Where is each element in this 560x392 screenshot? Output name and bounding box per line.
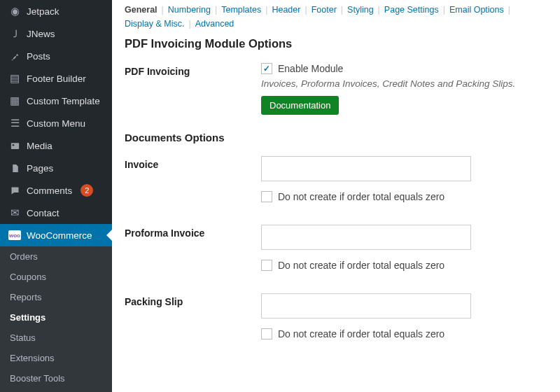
sidebar-item-label: Comments <box>27 186 72 196</box>
tab-general[interactable]: General <box>125 5 158 15</box>
checkbox-icon <box>261 191 272 202</box>
checkbox-icon <box>261 328 272 340</box>
sidebar-sub-reports[interactable]: Reports <box>0 287 112 307</box>
media-icon <box>8 139 21 152</box>
invoice-input[interactable] <box>261 156 471 181</box>
sidebar-item-pages[interactable]: Pages <box>0 157 112 179</box>
sidebar-item-custom-template[interactable]: ▦ Custom Template <box>0 90 112 112</box>
sidebar-item-label: Custom Template <box>27 96 100 106</box>
sidebar-item-label: Contact <box>27 208 59 218</box>
jnews-icon: Ｊ <box>8 27 21 40</box>
row-packing-slip: Packing Slip Do not create if order tota… <box>125 293 547 344</box>
label-packing-slip: Packing Slip <box>125 293 261 344</box>
sidebar-sub-label: Booster Tools <box>10 373 65 384</box>
packing-slip-zero-label: Do not create if order total equals zero <box>278 328 444 340</box>
tab-display-misc[interactable]: Display & Misc. <box>125 19 184 29</box>
sidebar-item-label: Jetpack <box>27 6 59 17</box>
main-content: General| Numbering| Templates| Header| F… <box>112 0 560 392</box>
pages-icon <box>8 162 21 174</box>
sidebar-item-label: Custom Menu <box>27 118 85 129</box>
sidebar-sub-coupons[interactable]: Coupons <box>0 267 112 287</box>
sidebar-item-media[interactable]: Media <box>0 134 112 157</box>
label-proforma-invoice: Proforma Invoice <box>125 225 261 275</box>
sidebar-item-jnews[interactable]: Ｊ JNews <box>0 22 112 45</box>
template-icon: ▦ <box>8 94 21 107</box>
proforma-zero-checkbox[interactable]: Do not create if order total equals zero <box>261 260 547 271</box>
sidebar-sub-label: Reports <box>10 292 42 302</box>
menu-icon: ☰ <box>8 117 21 130</box>
sidebar-sub-booster-settings[interactable]: Booster Settings <box>0 388 112 392</box>
documentation-button[interactable]: Documentation <box>261 96 339 115</box>
checkbox-icon <box>261 63 272 74</box>
sidebar-sub-label: Settings <box>10 312 46 323</box>
tab-header[interactable]: Header <box>272 5 300 15</box>
tab-styling[interactable]: Styling <box>347 5 374 15</box>
tab-numbering[interactable]: Numbering <box>168 5 211 15</box>
sidebar-item-label: JNews <box>27 29 55 39</box>
sidebar-sub-label: Extensions <box>10 353 55 363</box>
sidebar-sub-settings[interactable]: Settings <box>0 307 112 328</box>
sidebar-item-label: WooCommerce <box>27 230 92 241</box>
enable-module-checkbox[interactable]: Enable Module <box>261 63 547 74</box>
label-pdf-invoicing: PDF Invoicing <box>125 63 261 115</box>
sidebar-item-comments[interactable]: Comments 2 <box>0 179 112 202</box>
invoice-zero-label: Do not create if order total equals zero <box>278 191 444 202</box>
sidebar-item-woocommerce[interactable]: woo WooCommerce <box>0 224 112 246</box>
packing-slip-zero-checkbox[interactable]: Do not create if order total equals zero <box>261 328 547 340</box>
woocommerce-icon: woo <box>8 229 21 241</box>
row-pdf-invoicing: PDF Invoicing Enable Module Invoices, Pr… <box>125 63 547 115</box>
jetpack-icon: ◉ <box>8 5 21 18</box>
proforma-invoice-input[interactable] <box>261 225 471 250</box>
checkbox-icon <box>261 260 272 271</box>
settings-tabs: General| Numbering| Templates| Header| F… <box>125 0 547 33</box>
row-proforma-invoice: Proforma Invoice Do not create if order … <box>125 225 547 275</box>
sidebar-sub-booster-tools[interactable]: Booster Tools <box>0 368 112 388</box>
sidebar-item-posts[interactable]: Posts <box>0 45 112 67</box>
sidebar-item-jetpack[interactable]: ◉ Jetpack <box>0 0 112 22</box>
sidebar-item-label: Pages <box>27 163 53 174</box>
comments-icon <box>8 184 21 197</box>
svg-point-1 <box>12 144 14 146</box>
sidebar-item-label: Footer Builder <box>27 74 86 84</box>
sidebar-sub-label: Status <box>10 332 36 343</box>
sidebar-item-label: Media <box>27 141 52 151</box>
contact-icon: ✉ <box>8 206 21 219</box>
page-title: PDF Invoicing Module Options <box>125 37 547 50</box>
tab-page-settings[interactable]: Page Settings <box>384 5 439 15</box>
svg-rect-0 <box>10 143 18 149</box>
sidebar-item-footer-builder[interactable]: ▤ Footer Builder <box>0 67 112 90</box>
tab-footer[interactable]: Footer <box>312 5 337 15</box>
packing-slip-input[interactable] <box>261 293 471 318</box>
documents-options-heading: Documents Options <box>125 132 547 144</box>
sidebar-sub-label: Orders <box>10 251 38 262</box>
proforma-zero-label: Do not create if order total equals zero <box>278 260 444 271</box>
label-invoice: Invoice <box>125 156 261 206</box>
tab-templates[interactable]: Templates <box>221 5 261 15</box>
sidebar-sub-orders[interactable]: Orders <box>0 246 112 267</box>
sidebar-item-custom-menu[interactable]: ☰ Custom Menu <box>0 112 112 134</box>
sidebar-sub-status[interactable]: Status <box>0 328 112 348</box>
sidebar-sub-extensions[interactable]: Extensions <box>0 348 112 368</box>
sidebar-item-contact[interactable]: ✉ Contact <box>0 202 112 224</box>
footer-icon: ▤ <box>8 72 21 85</box>
invoice-zero-checkbox[interactable]: Do not create if order total equals zero <box>261 191 547 202</box>
sidebar-item-label: Posts <box>27 51 50 62</box>
row-invoice: Invoice Do not create if order total equ… <box>125 156 547 206</box>
comments-badge: 2 <box>80 184 93 197</box>
sidebar-sub-label: Coupons <box>10 272 46 282</box>
module-description: Invoices, Proforma Invoices, Credit Note… <box>261 78 547 89</box>
admin-sidebar: ◉ Jetpack Ｊ JNews Posts ▤ Footer Builder… <box>0 0 112 392</box>
tab-email-options[interactable]: Email Options <box>449 5 504 15</box>
enable-module-label: Enable Module <box>278 63 343 74</box>
pin-icon <box>8 50 21 62</box>
tab-advanced[interactable]: Advanced <box>195 19 234 29</box>
